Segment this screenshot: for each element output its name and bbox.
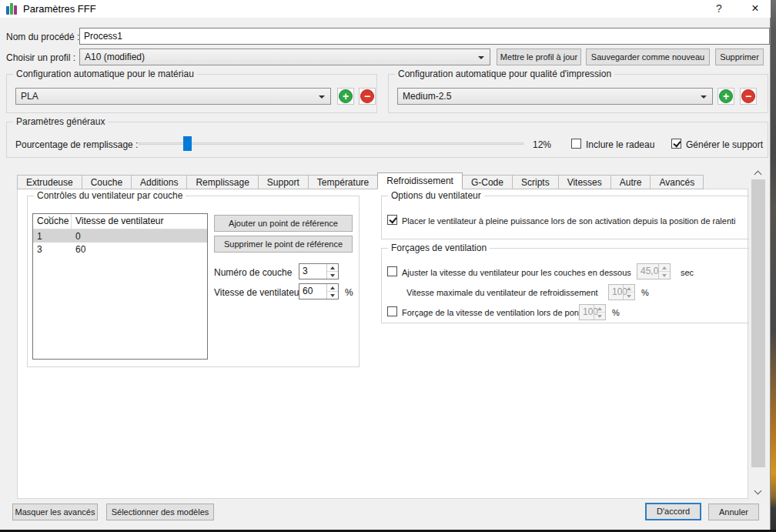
- app-logo-icon: [6, 3, 18, 15]
- add-setpoint-button[interactable]: Ajouter un point de référence: [214, 215, 353, 232]
- remove-material-button[interactable]: −: [359, 88, 376, 105]
- cancel-button[interactable]: Annuler: [708, 504, 759, 520]
- general-settings-title: Paramètres généraux: [13, 116, 108, 127]
- adjust-fan-below-label: Ajuster la vitesse du ventilateur pour l…: [402, 268, 631, 277]
- generate-support-label: Générer le support: [686, 139, 763, 150]
- spin-up-icon: [624, 285, 634, 293]
- table-row[interactable]: 3 60: [33, 243, 207, 256]
- quality-select[interactable]: Medium-2.5: [397, 88, 713, 105]
- column-header-vitesse[interactable]: Vitesse de ventilateur: [72, 214, 207, 229]
- tab-scripts[interactable]: Scripts: [512, 175, 559, 189]
- fan-speed-stepper[interactable]: 60: [299, 283, 339, 299]
- adjust-fan-seconds-stepper: 45,0: [637, 263, 671, 279]
- tab-couche[interactable]: Couche: [82, 175, 132, 189]
- remove-quality-button[interactable]: −: [740, 88, 757, 105]
- tab-autre[interactable]: Autre: [610, 175, 651, 189]
- infill-label: Pourcentage de remplissage :: [15, 139, 138, 150]
- chevron-down-icon: [478, 56, 484, 59]
- auto-quality-title: Configuration automatique pour qualité d…: [395, 69, 614, 79]
- spin-up-icon: [594, 305, 605, 313]
- tab-additions[interactable]: Additions: [131, 175, 187, 189]
- ok-button[interactable]: D'accord: [645, 503, 701, 520]
- scrollbar-thumb[interactable]: [751, 179, 765, 467]
- help-icon[interactable]: ?: [710, 1, 728, 17]
- fff-settings-screen: Paramètres FFF ? × Nom du procédé : Choi…: [0, 0, 776, 532]
- tab-support[interactable]: Support: [258, 175, 309, 189]
- max-cooling-fan-unit: %: [641, 288, 649, 297]
- bridging-fan-label: Forçage de la vitesse de ventilation lor…: [402, 308, 595, 317]
- infill-slider-thumb[interactable]: [183, 136, 192, 151]
- process-name-input[interactable]: [79, 28, 770, 45]
- update-profile-button[interactable]: Mettre le profil à jour: [497, 49, 581, 65]
- chevron-down-icon: [701, 95, 707, 99]
- material-select[interactable]: PLA: [15, 88, 331, 105]
- title-bar[interactable]: Paramètres FFF ? ×: [0, 0, 771, 18]
- fan-blip-label: Placer le ventilateur à pleine puissance…: [402, 216, 736, 226]
- tab-refroidissement[interactable]: Refroidissement: [377, 172, 463, 189]
- spin-up-icon[interactable]: [327, 264, 338, 272]
- layer-number-label: Numéro de couche: [214, 267, 292, 278]
- max-cooling-fan-value: 100: [612, 285, 622, 299]
- fan-speed-label: Vitesse de ventilateur: [214, 287, 303, 298]
- infill-slider-groove: [139, 142, 523, 145]
- fan-speed-unit: %: [345, 287, 353, 298]
- spin-down-icon: [594, 313, 605, 320]
- fan-speed-value: 60: [303, 284, 326, 299]
- fff-settings-dialog: Paramètres FFF ? × Nom du procédé : Choi…: [0, 0, 771, 530]
- max-cooling-fan-stepper: 100: [608, 284, 635, 300]
- background-app-strip: [771, 0, 776, 532]
- layer-number-stepper[interactable]: 3: [299, 263, 339, 279]
- tab-remplissage[interactable]: Remplissage: [186, 175, 258, 189]
- profile-selected-value: A10 (modified): [85, 52, 145, 62]
- infill-slider[interactable]: [139, 136, 523, 152]
- scroll-down-icon[interactable]: [749, 487, 768, 497]
- bridging-fan-checkbox[interactable]: [387, 306, 397, 316]
- fan-blip-checkbox[interactable]: [387, 215, 397, 225]
- profile-select[interactable]: A10 (modified): [79, 49, 490, 65]
- scroll-up-icon[interactable]: [749, 168, 768, 179]
- fan-controls-title: Contrôles du ventilateur par couche: [34, 190, 186, 201]
- material-selected-value: PLA: [21, 91, 38, 102]
- adjust-fan-seconds-unit: sec: [681, 268, 694, 277]
- adjust-fan-seconds-value: 45,0: [641, 264, 657, 279]
- tab-gcode[interactable]: G-Code: [462, 175, 513, 189]
- fan-setpoints-table[interactable]: Couche Vitesse de ventilateur 1 0 3 60: [32, 213, 208, 360]
- process-name-label: Nom du procédé :: [6, 32, 79, 42]
- include-raft-checkbox[interactable]: [571, 139, 581, 149]
- plus-icon: +: [719, 89, 733, 103]
- generate-support-checkbox[interactable]: [671, 139, 681, 149]
- layer-number-value: 3: [303, 264, 326, 279]
- tab-avances[interactable]: Avancés: [650, 175, 704, 189]
- window-title: Paramètres FFF: [23, 3, 96, 15]
- bridging-fan-stepper: 100: [579, 304, 606, 320]
- table-row[interactable]: 1 0: [33, 229, 207, 243]
- spin-up-icon[interactable]: [327, 284, 338, 292]
- delete-profile-button[interactable]: Supprimer: [715, 49, 764, 65]
- tab-extrudeuse[interactable]: Extrudeuse: [17, 175, 82, 189]
- infill-percent-value: 12%: [533, 139, 551, 150]
- fan-table-header[interactable]: Couche Vitesse de ventilateur: [33, 214, 207, 229]
- plus-icon: +: [339, 89, 353, 103]
- select-models-button[interactable]: Sélectionner des modèles: [106, 504, 214, 520]
- spin-down-icon: [624, 293, 634, 300]
- bridging-fan-unit: %: [612, 308, 620, 317]
- settings-tab-bar: Extrudeuse Couche Additions Remplissage …: [17, 172, 703, 189]
- remove-setpoint-button[interactable]: Supprimer le point de référence: [214, 236, 353, 253]
- bridging-fan-value: 100: [583, 305, 593, 320]
- tab-vitesses[interactable]: Vitesses: [558, 175, 611, 189]
- adjust-fan-below-checkbox[interactable]: [387, 266, 397, 276]
- add-quality-button[interactable]: +: [717, 88, 734, 105]
- hide-advanced-button[interactable]: Masquer les avancés: [12, 504, 98, 520]
- spin-down-icon[interactable]: [327, 272, 338, 279]
- profile-label: Choisir un profil :: [6, 52, 75, 63]
- tab-temperature[interactable]: Température: [308, 175, 378, 189]
- add-material-button[interactable]: +: [337, 88, 354, 105]
- column-header-couche[interactable]: Couche: [33, 214, 72, 229]
- close-icon[interactable]: ×: [741, 0, 770, 17]
- fan-overrides-title: Forçages de ventilation: [388, 243, 490, 253]
- save-as-new-button[interactable]: Sauvegarder comme nouveau: [586, 49, 710, 65]
- spin-down-icon: [659, 272, 670, 279]
- spin-down-icon[interactable]: [327, 292, 338, 299]
- vertical-scrollbar[interactable]: [749, 168, 768, 497]
- minus-icon: −: [360, 89, 374, 103]
